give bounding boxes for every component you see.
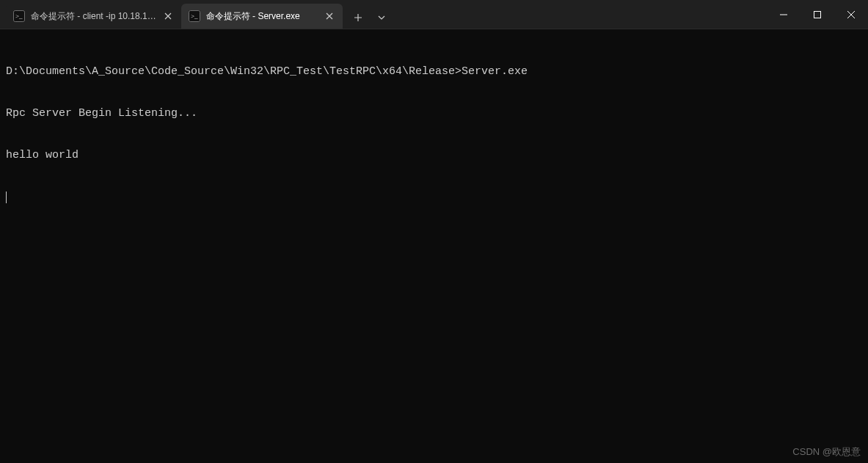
- window-controls: [767, 0, 868, 29]
- cmd-icon: >_: [13, 10, 25, 22]
- tab-actions: [343, 7, 393, 29]
- terminal-cursor-line: [6, 190, 862, 204]
- tab-label: 命令提示符 - Server.exe: [206, 10, 318, 23]
- titlebar: >_ 命令提示符 - client -ip 10.18.1… >_ 命令提示符 …: [0, 0, 868, 29]
- terminal-line: Rpc Server Begin Listening...: [6, 106, 862, 120]
- minimize-button[interactable]: [767, 0, 800, 29]
- watermark: CSDN @欧恩意: [792, 445, 861, 459]
- tab-dropdown-button[interactable]: [371, 7, 393, 29]
- close-button[interactable]: [834, 0, 868, 29]
- tab-server[interactable]: >_ 命令提示符 - Server.exe: [181, 4, 343, 29]
- svg-text:>_: >_: [191, 12, 198, 20]
- tab-strip: >_ 命令提示符 - client -ip 10.18.1… >_ 命令提示符 …: [0, 0, 393, 29]
- cmd-icon: >_: [189, 10, 200, 22]
- maximize-button[interactable]: [800, 0, 834, 29]
- tab-label: 命令提示符 - client -ip 10.18.1…: [31, 10, 156, 23]
- terminal-line: hello world: [6, 148, 862, 162]
- svg-text:>_: >_: [15, 12, 23, 20]
- new-tab-button[interactable]: [347, 7, 369, 29]
- tab-client[interactable]: >_ 命令提示符 - client -ip 10.18.1…: [6, 4, 181, 29]
- close-icon[interactable]: [162, 10, 174, 22]
- terminal-line: D:\Documents\A_Source\Code_Source\Win32\…: [6, 65, 862, 79]
- svg-rect-6: [814, 11, 821, 18]
- terminal-output[interactable]: D:\Documents\A_Source\Code_Source\Win32\…: [0, 29, 868, 225]
- close-icon[interactable]: [324, 10, 335, 22]
- cursor: [6, 192, 7, 203]
